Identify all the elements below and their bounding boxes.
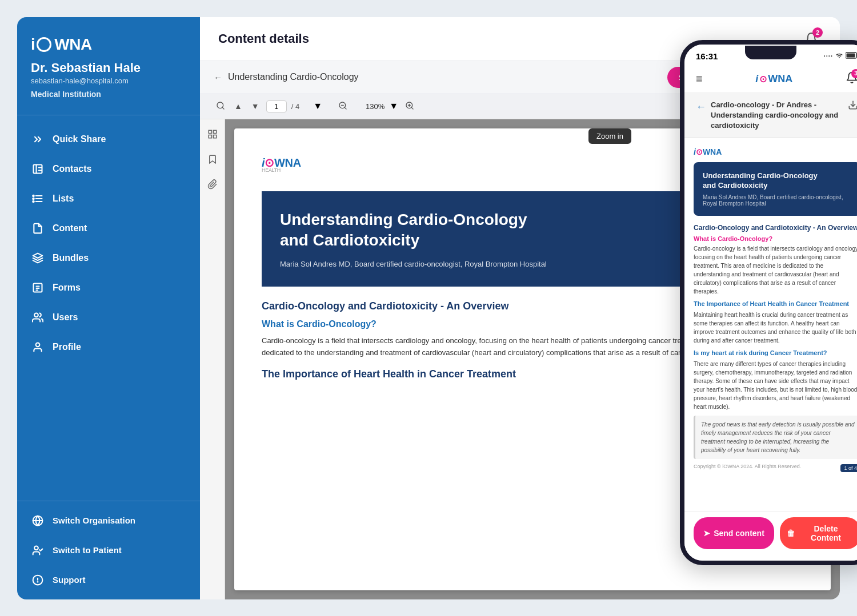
sidebar-item-contacts[interactable]: Contacts	[17, 154, 200, 184]
svg-line-29	[411, 107, 413, 109]
zoom-out-button[interactable]	[336, 99, 350, 114]
mobile-bell-wrapper: 3	[846, 71, 857, 87]
mobile-link2[interactable]: Is my heart at risk during Cancer Treatm…	[694, 349, 857, 356]
mobile-preview: 16:31 ····	[680, 40, 857, 565]
search-pdf-button[interactable]	[214, 99, 227, 114]
pdf-nav-row: ← Understanding Cardio-Oncology	[214, 72, 359, 82]
sidebar-item-switch-org[interactable]: Switch Organisation	[17, 506, 200, 536]
sidebar-item-label: Profile	[53, 342, 81, 352]
zoom-tooltip: Zoom in	[588, 128, 631, 144]
sidebar-divider	[17, 115, 200, 115]
page-number-input[interactable]	[266, 100, 287, 112]
logo-i: i	[31, 35, 35, 54]
sidebar-item-forms[interactable]: Forms	[17, 273, 200, 303]
sidebar-item-label: Forms	[53, 283, 81, 293]
mobile-download-button[interactable]	[848, 100, 857, 112]
sidebar-nav: Quick Share Contacts Li	[17, 120, 200, 501]
mobile-back-button[interactable]: ←	[696, 101, 706, 113]
mobile-card-author: Maria Sol Andres MD, Board certified car…	[703, 194, 851, 207]
list-icon	[31, 192, 45, 206]
sidebar-item-label: Lists	[53, 194, 74, 204]
next-match-button[interactable]: ▼	[249, 99, 262, 113]
users-icon	[31, 311, 45, 324]
notification-badge: 2	[812, 27, 823, 38]
logo-text: WNA	[54, 35, 91, 54]
pdf-thumbnail-icon[interactable]	[205, 126, 221, 142]
sidebar-bottom: Switch Organisation Switch to Patient	[17, 501, 200, 599]
mobile-toc-section: Cardio-Oncology and Cardiotoxicity - An …	[694, 224, 857, 473]
svg-point-36	[839, 57, 840, 58]
sidebar-item-label: Users	[53, 312, 78, 323]
svg-line-26	[345, 107, 346, 109]
back-button[interactable]: ←	[214, 73, 222, 82]
svg-point-7	[33, 195, 34, 196]
svg-rect-32	[209, 130, 211, 133]
mobile-send-label: Send content	[714, 529, 764, 538]
sidebar-item-bundles[interactable]: Bundles	[17, 243, 200, 273]
mobile-body2: Maintaining heart health is crucial duri…	[694, 311, 857, 345]
mobile-status-icons: ····	[824, 52, 857, 61]
mobile-nav-bar: ← Cardio-oncology - Dr Andres -Understan…	[684, 93, 857, 139]
pdf-sidebar-icons	[200, 119, 225, 599]
send-arrow-icon: ➤	[703, 529, 710, 538]
mobile-content-area: i⊙WNA Understanding Cardio-Oncologyand C…	[684, 138, 857, 540]
sidebar-item-label: Switch to Patient	[53, 545, 122, 555]
svg-point-21	[38, 581, 38, 582]
sidebar-item-users[interactable]: Users	[17, 303, 200, 332]
mobile-footer: ➤ Send content 🗑 Delete Content	[684, 511, 857, 561]
svg-rect-34	[209, 135, 211, 138]
zoom-in-button[interactable]	[403, 99, 417, 114]
delete-trash-icon: 🗑	[787, 529, 795, 538]
sidebar-item-label: Content	[53, 223, 87, 233]
sidebar-item-label: Bundles	[53, 253, 89, 263]
profile-icon	[31, 340, 45, 354]
mobile-page-badge: 1 of 4	[840, 464, 857, 472]
bundles-icon	[31, 251, 45, 265]
sidebar-item-label: Switch Organisation	[53, 516, 135, 525]
org-name: Medical Institution	[31, 90, 186, 99]
mobile-delete-label: Delete Content	[798, 524, 854, 542]
mobile-time: 16:31	[696, 51, 718, 61]
mobile-iowna-logo: i⊙WNA	[694, 147, 857, 156]
pdf-bookmarks-icon[interactable]	[205, 151, 221, 167]
mobile-link1[interactable]: The Importance of Heart Health in Cancer…	[694, 300, 857, 307]
back-arrow-icon: ←	[214, 73, 222, 82]
svg-line-24	[222, 107, 224, 109]
svg-point-9	[33, 200, 34, 202]
zoom-level: 130%	[366, 102, 385, 111]
mobile-delete-button[interactable]: 🗑 Delete Content	[780, 517, 857, 549]
svg-point-18	[34, 546, 38, 550]
mobile-quote: The good news is that early detection is…	[694, 416, 857, 459]
sidebar-item-content[interactable]: Content	[17, 214, 200, 243]
app-logo: i WNA	[31, 35, 186, 54]
document-icon	[31, 222, 45, 235]
svg-rect-38	[846, 53, 855, 57]
info-icon	[31, 573, 45, 587]
sidebar-item-switch-patient[interactable]: Switch to Patient	[17, 536, 200, 565]
mobile-body3: There are many different types of cancer…	[694, 360, 857, 411]
sidebar-item-support[interactable]: Support	[17, 565, 200, 595]
page-total: / 4	[291, 102, 299, 111]
sidebar-item-profile[interactable]: Profile	[17, 332, 200, 362]
mobile-sub1: What is Cardio-Oncology?	[694, 235, 857, 242]
sidebar-item-quick-share[interactable]: Quick Share	[17, 124, 200, 154]
battery-icon	[846, 52, 857, 61]
mobile-body1: Cardio-oncology is a field that intersec…	[694, 244, 857, 296]
logo-gear-icon	[37, 37, 51, 52]
globe-icon	[31, 514, 45, 528]
mobile-logo: i⊙WNA	[755, 73, 792, 85]
pdf-attachment-icon[interactable]	[205, 176, 221, 192]
sidebar-item-label: Support	[53, 575, 86, 585]
send-icon	[31, 132, 45, 146]
hamburger-icon[interactable]: ≡	[696, 73, 703, 86]
signal-icon: ····	[824, 53, 833, 59]
svg-rect-35	[213, 135, 216, 138]
pdf-document-title: Understanding Cardio-Oncology	[228, 72, 359, 82]
sidebar-item-lists[interactable]: Lists	[17, 184, 200, 214]
mobile-send-button[interactable]: ➤ Send content	[694, 517, 774, 549]
prev-match-button[interactable]: ▲	[232, 99, 245, 113]
mobile-nav-title: Cardio-oncology - Dr Andres -Understandi…	[711, 100, 843, 131]
svg-point-8	[33, 198, 34, 199]
user-name: Dr. Sebastian Hale	[31, 61, 186, 75]
wifi-icon	[835, 52, 843, 60]
